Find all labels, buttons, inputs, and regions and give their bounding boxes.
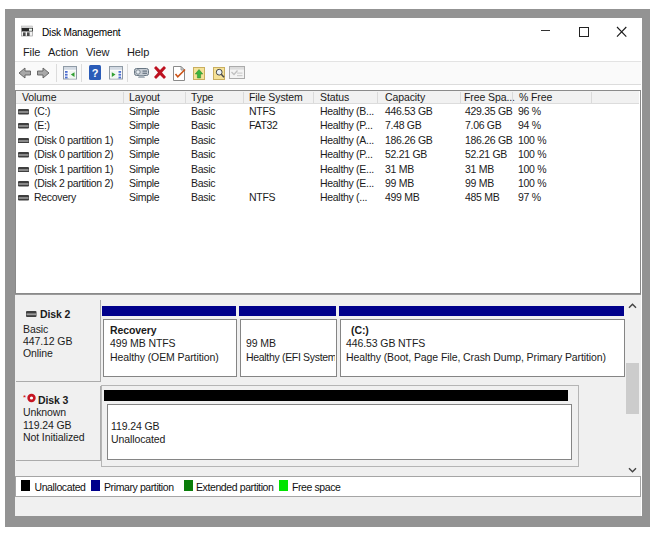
svg-text:*: *: [23, 393, 26, 402]
svg-text:?: ?: [92, 66, 99, 78]
